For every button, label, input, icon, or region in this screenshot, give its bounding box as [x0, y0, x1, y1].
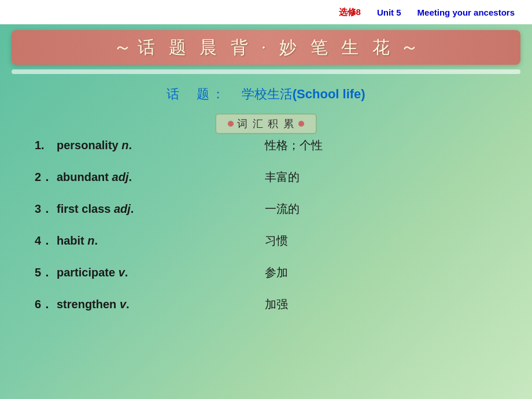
vocab-number: 3． [35, 201, 57, 217]
vocab-dot-left [228, 121, 234, 127]
top-bar: 选修8 Unit 5 Meeting your ancestors [0, 0, 532, 24]
vocab-meaning: 性格；个性 [265, 138, 323, 153]
vocab-item: 2． abundant adj. 丰富的 [35, 169, 497, 185]
vocab-item: 5． participate v. 参加 [35, 265, 497, 280]
vocab-number: 6． [35, 297, 57, 312]
banner-title: 话 题 晨 背 · 妙 笔 生 花 [138, 36, 394, 60]
vocab-item: 1. personality n. 性格；个性 [35, 138, 497, 153]
vocab-meaning: 参加 [265, 265, 288, 280]
wave-left-icon: ～ [113, 35, 132, 60]
vocab-item: 6． strengthen v. 加强 [35, 297, 497, 312]
top-bar-unit: Unit 5 [377, 8, 401, 17]
vocab-dot-right [298, 121, 304, 127]
vocab-meaning: 习惯 [265, 233, 288, 249]
vocab-meaning: 一流的 [265, 201, 300, 217]
vocab-number: 5． [35, 265, 57, 280]
topic-line: 话 题： 学校生活(School life) [0, 86, 532, 103]
vocab-meaning: 加强 [265, 297, 288, 312]
vocab-word: participate v. [57, 266, 230, 279]
topic-content-zh: 学校生活 [242, 87, 293, 101]
title-banner: ～ 话 题 晨 背 · 妙 笔 生 花 ～ [12, 30, 520, 65]
divider-bar [12, 69, 520, 74]
vocab-meaning: 丰富的 [265, 169, 300, 185]
vocab-number: 1. [35, 139, 57, 152]
vocab-title: 词 汇 积 累 [237, 117, 295, 131]
vocab-number: 2． [35, 169, 57, 185]
vocab-word: habit n. [57, 234, 230, 247]
vocab-number: 4． [35, 233, 57, 249]
vocab-word: first class adj. [57, 202, 230, 216]
vocab-box: 词 汇 积 累 [215, 113, 317, 134]
vocab-word: personality n. [57, 139, 230, 152]
wave-right-icon: ～ [400, 35, 419, 60]
vocab-item: 4． habit n. 习惯 [35, 233, 497, 249]
vocab-word: abundant adj. [57, 171, 230, 184]
vocab-section-header: 词 汇 积 累 [0, 113, 532, 134]
vocab-item: 3． first class adj. 一流的 [35, 201, 497, 217]
top-bar-title: Meeting your ancestors [418, 8, 515, 17]
topic-content-en: (School life) [293, 87, 365, 101]
topic-label: 话 题： [167, 87, 227, 101]
vocab-list: 1. personality n. 性格；个性 2． abundant adj.… [35, 138, 497, 328]
top-bar-prefix: 选修8 [339, 7, 361, 18]
vocab-word: strengthen v. [57, 298, 230, 311]
